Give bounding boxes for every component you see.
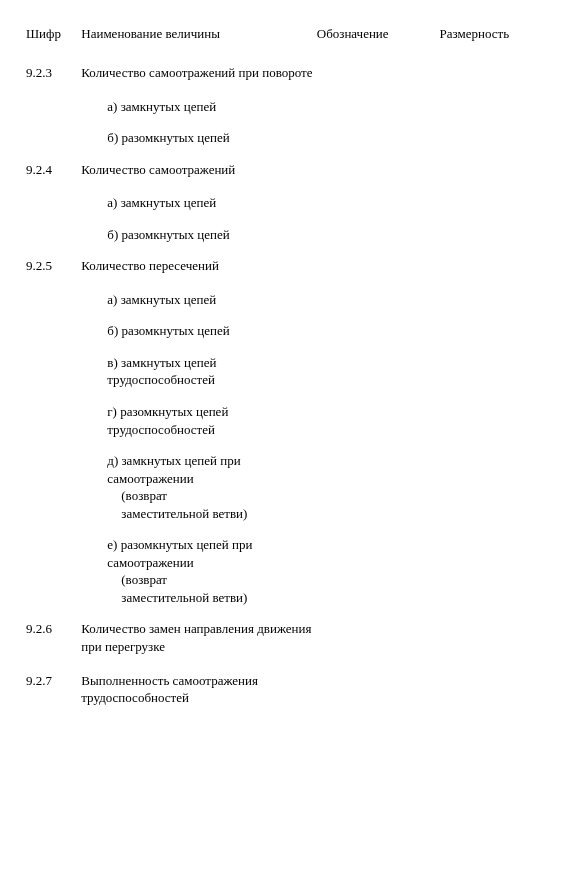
col-header-symbol: Обозначение bbox=[317, 26, 440, 62]
row-subitem: б) разомкнутых цепей bbox=[81, 320, 316, 352]
row-subitem: д) замкнутых цепей при самоотражении(воз… bbox=[81, 450, 316, 534]
row-number: 9.2.3 bbox=[26, 62, 81, 96]
row-subitem-extra: (возврат bbox=[107, 571, 312, 589]
table-row: б) разомкнутых цепей bbox=[26, 127, 542, 159]
row-title: Количество самоотражений bbox=[81, 159, 316, 193]
row-number: 9.2.4 bbox=[26, 159, 81, 193]
table-row: а) замкнутых цепей bbox=[26, 192, 542, 224]
table-row: а) замкнутых цепей bbox=[26, 96, 542, 128]
row-title: Выполненность самоотражения трудоспособн… bbox=[81, 670, 316, 721]
row-number: 9.2.7 bbox=[26, 670, 81, 721]
table-row: 9.2.3Количество самоотражений при поворо… bbox=[26, 62, 542, 96]
table-row: в) замкнутых цепей трудоспособностей bbox=[26, 352, 542, 401]
row-subitem: а) замкнутых цепей bbox=[81, 289, 316, 321]
table-row: б) разомкнутых цепей bbox=[26, 320, 542, 352]
row-subitem: б) разомкнутых цепей bbox=[81, 127, 316, 159]
row-subitem: е) разомкнутых цепей при самоотражении(в… bbox=[81, 534, 316, 618]
row-subitem: б) разомкнутых цепей bbox=[81, 224, 316, 256]
table-row: а) замкнутых цепей bbox=[26, 289, 542, 321]
row-title: Количество замен направления движения пр… bbox=[81, 618, 316, 669]
row-number: 9.2.6 bbox=[26, 618, 81, 669]
table-row: 9.2.4Количество самоотражений bbox=[26, 159, 542, 193]
row-subitem-extra: заместительной ветви) bbox=[107, 589, 312, 607]
table-row: г) разомкнутых цепей трудоспособностей bbox=[26, 401, 542, 450]
table-row: 9.2.5Количество пересечений bbox=[26, 255, 542, 289]
row-number: 9.2.5 bbox=[26, 255, 81, 289]
row-subitem: а) замкнутых цепей bbox=[81, 192, 316, 224]
table-row: е) разомкнутых цепей при самоотражении(в… bbox=[26, 534, 542, 618]
row-subitem: г) разомкнутых цепей трудоспособностей bbox=[81, 401, 316, 450]
col-header-code: Шифр bbox=[26, 26, 81, 62]
row-subitem: в) замкнутых цепей трудоспособностей bbox=[81, 352, 316, 401]
table-row: 9.2.6Количество замен направления движен… bbox=[26, 618, 542, 669]
row-title: Количество пересечений bbox=[81, 255, 316, 289]
spec-table: Шифр Наименование величины Обозначение Р… bbox=[26, 26, 542, 721]
col-header-dimension: Размерность bbox=[440, 26, 542, 62]
row-title: Количество самоотражений при повороте bbox=[81, 62, 316, 96]
row-subitem: а) замкнутых цепей bbox=[81, 96, 316, 128]
table-row: б) разомкнутых цепей bbox=[26, 224, 542, 256]
table-row: д) замкнутых цепей при самоотражении(воз… bbox=[26, 450, 542, 534]
table-row: 9.2.7Выполненность самоотражения трудосп… bbox=[26, 670, 542, 721]
col-header-name: Наименование величины bbox=[81, 26, 316, 62]
row-subitem-extra: заместительной ветви) bbox=[107, 505, 312, 523]
row-subitem-extra: (возврат bbox=[107, 487, 312, 505]
